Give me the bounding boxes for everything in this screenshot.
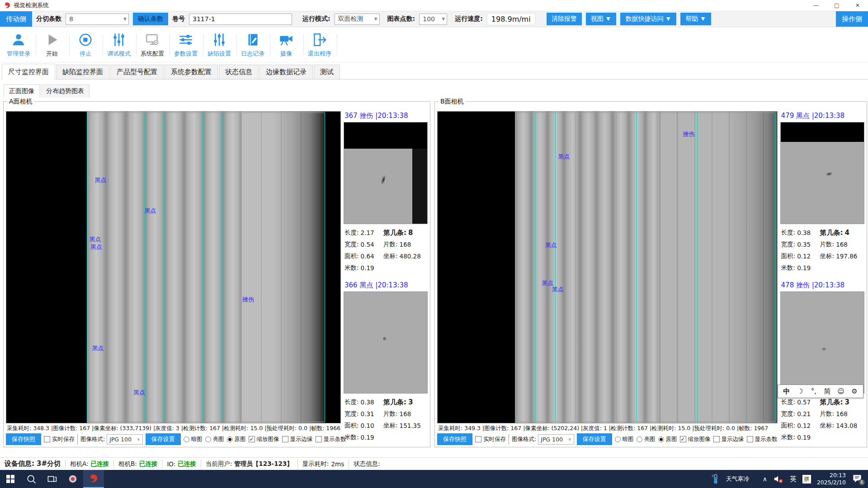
operator-side-button[interactable]: 操作侧	[836, 11, 868, 27]
realtime-save-checkbox[interactable]	[475, 436, 481, 442]
admin-login-button[interactable]: 管理登录	[2, 31, 35, 58]
show-count-checkbox[interactable]	[747, 436, 753, 442]
main-tab-1[interactable]: 尺寸监控界面	[2, 64, 55, 80]
defect-mark	[825, 171, 833, 176]
user-icon	[10, 31, 27, 48]
confirm-count-button[interactable]: 确认条数	[133, 13, 168, 25]
clock[interactable]: 20:13 2025/2/10	[817, 472, 846, 487]
language-indicator[interactable]: 英	[790, 475, 797, 483]
camera-a-controls: 保存快照 实时保存 图像格式: JPG 100∨ 保存设置 暗图 亮图 原图 ✓…	[6, 433, 341, 445]
notification-center-button[interactable]: 6	[852, 473, 863, 485]
log-record-button[interactable]: 日志记录	[236, 31, 269, 58]
ime-mode-indicator[interactable]: 拼	[802, 475, 811, 483]
show-edge-checkbox[interactable]	[282, 436, 288, 442]
original-image-label: 原图	[235, 436, 246, 443]
ime-toolbar: 中 ☽ °, 简 ☺ ⚙	[778, 385, 863, 398]
zoom-image-checkbox[interactable]: ✓	[249, 436, 255, 442]
taskbar-app-vision-system[interactable]	[83, 470, 104, 488]
image-format-select[interactable]: JPG 100∨	[107, 434, 142, 445]
main-tab-7[interactable]: 测试	[314, 65, 340, 79]
sub-tab-1[interactable]: 正面图像	[4, 84, 40, 98]
stat-row: 面积:0.12	[781, 250, 820, 262]
bright-image-radio[interactable]	[637, 436, 642, 442]
exit-program-button[interactable]: 退出程序	[303, 31, 336, 58]
ime-fullwidth-icon[interactable]: ☽	[793, 385, 807, 397]
icon-label: 系统配置	[141, 50, 164, 58]
main-tab-6[interactable]: 边缘数据记录	[259, 65, 313, 79]
strip-divider-line	[657, 113, 657, 422]
defect-mark	[821, 347, 826, 351]
speaker-muted-icon[interactable]	[773, 474, 784, 484]
original-image-radio[interactable]	[227, 436, 233, 442]
stat-row: 第几条:3	[383, 396, 421, 408]
defect-stats: 长度:2.17宽度:0.54面积:0.64米数:0.19第几条:8片数:168坐…	[344, 224, 428, 274]
taskbar-app-1[interactable]	[62, 470, 83, 488]
sliders-vertical-icon	[211, 31, 227, 48]
roll-number-input[interactable]: 3117-1	[189, 14, 292, 25]
maximize-button[interactable]: □	[826, 0, 847, 11]
main-tab-2[interactable]: 缺陷监控界面	[56, 65, 109, 79]
param-settings-button[interactable]: 参数设置	[169, 31, 203, 58]
stat-row: 米数:0.19	[781, 432, 820, 443]
icon-toolbar: 管理登录 开始 停止 调试模式 系统配置 参数设置 缺陷设置	[0, 27, 868, 62]
view-menu-button[interactable]: 视图 ▼	[586, 13, 617, 25]
ime-emoji-icon[interactable]: ☺	[834, 385, 848, 397]
stat-row: 第几条:4	[820, 227, 858, 239]
debug-mode-button[interactable]: 调试模式	[102, 31, 136, 58]
stat-row: 片数:168	[820, 408, 858, 420]
weather-text[interactable]: 天气寒冷	[726, 475, 750, 483]
realtime-save-checkbox[interactable]	[44, 436, 50, 442]
stat-row: 坐标:480.28	[383, 250, 421, 262]
main-tab-4[interactable]: 系统参数配置	[165, 65, 218, 79]
show-edge-label: 显示边缘	[722, 436, 744, 443]
roll-number-label: 卷号	[172, 15, 185, 23]
original-image-radio[interactable]	[658, 436, 664, 442]
ime-punctuation-icon[interactable]: °,	[807, 385, 821, 397]
minimize-button[interactable]: —	[806, 0, 826, 11]
run-mode-select[interactable]: 双面检测 ▼	[335, 14, 380, 25]
start-button[interactable]	[0, 470, 21, 488]
display-time-label: 显示耗时:	[302, 460, 329, 468]
main-tab-5[interactable]: 状态信息	[219, 65, 259, 79]
drive-side-button[interactable]: 传动侧	[0, 11, 32, 27]
ime-simplified[interactable]: 简	[821, 385, 834, 397]
show-count-checkbox[interactable]	[316, 436, 322, 442]
bright-image-label: 亮图	[644, 436, 656, 443]
sub-tab-2[interactable]: 分布趋势图表	[41, 84, 90, 98]
display-time-value: 2ms	[331, 460, 344, 468]
capture-button[interactable]: 摄像	[269, 31, 303, 58]
defect-label: 黑点	[90, 243, 102, 251]
dark-image-radio[interactable]	[184, 436, 189, 442]
close-button[interactable]: ✕	[847, 0, 868, 11]
search-button[interactable]	[21, 470, 42, 488]
ime-cn-mode[interactable]: 中	[780, 385, 793, 397]
save-snapshot-button[interactable]: 保存快照	[437, 433, 472, 445]
show-edge-checkbox[interactable]	[713, 436, 720, 442]
help-menu-button[interactable]: 帮助 ▼	[680, 13, 711, 25]
zoom-image-checkbox[interactable]: ✓	[680, 436, 686, 442]
dark-image-radio[interactable]	[615, 436, 621, 442]
task-view-button[interactable]	[42, 470, 62, 488]
defect-label: 挫伤	[242, 296, 254, 304]
defect-settings-button[interactable]: 缺陷设置	[203, 31, 236, 58]
save-settings-button[interactable]: 保存设置	[146, 433, 181, 445]
hidden-icons-chevron[interactable]: ∧	[763, 475, 767, 483]
save-settings-button[interactable]: 保存设置	[577, 433, 612, 445]
start-button[interactable]: 开始	[35, 31, 69, 58]
system-config-button[interactable]: 系统配置	[136, 31, 169, 58]
bright-image-radio[interactable]	[205, 436, 211, 442]
main-tab-strip: 尺寸监控界面缺陷监控界面产品型号配置系统参数配置状态信息边缘数据记录测试	[1, 65, 868, 80]
ime-settings-icon[interactable]: ⚙	[848, 385, 861, 397]
chart-points-select[interactable]: 100 ▼	[419, 14, 447, 25]
defect-block: 479 黑点 |20:13:38 长度:0.38宽度:0.35面积:0.12米数…	[780, 111, 864, 274]
clear-alarm-button[interactable]: 清除报警	[547, 13, 582, 25]
main-tab-3[interactable]: 产品型号配置	[110, 65, 164, 79]
data-quick-access-button[interactable]: 数据快捷访问 ▼	[620, 13, 676, 25]
strip-divider-line	[576, 113, 576, 422]
display-time: 显示耗时: 2ms	[298, 460, 349, 469]
stop-button[interactable]: 停止	[69, 31, 102, 58]
defect-header: 479 黑点 |20:13:38	[780, 111, 864, 122]
slit-count-select[interactable]: 8 ▼	[66, 14, 129, 25]
save-snapshot-button[interactable]: 保存快照	[6, 433, 41, 445]
image-format-select[interactable]: JPG 100∨	[538, 434, 574, 445]
